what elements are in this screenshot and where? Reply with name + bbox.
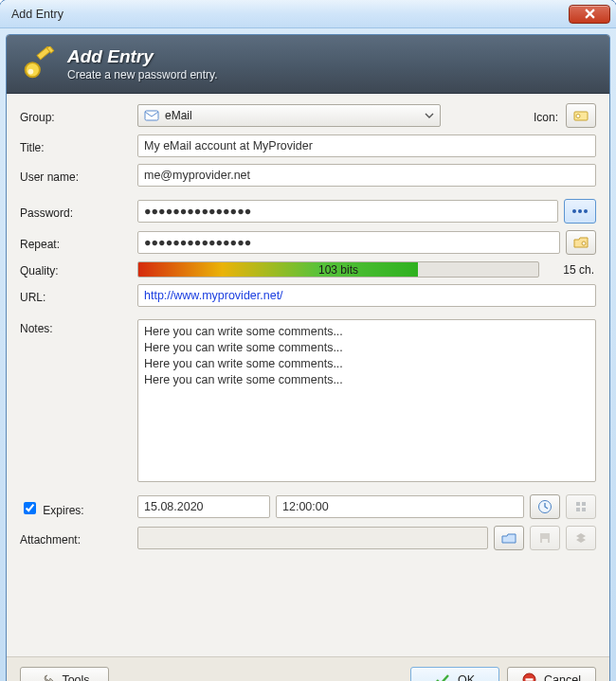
svg-rect-15 — [582, 508, 586, 511]
ok-button[interactable]: OK — [410, 667, 499, 681]
cancel-button[interactable]: Cancel — [507, 667, 596, 681]
username-input[interactable] — [137, 164, 596, 187]
quality-chars: 15 ch. — [545, 263, 596, 277]
password-label: Password: — [20, 204, 132, 220]
disk-icon — [538, 531, 552, 545]
attachment-save-button[interactable] — [530, 526, 560, 550]
dots-icon — [571, 206, 589, 216]
icon-label: Icon: — [534, 108, 558, 124]
title-label: Title: — [20, 138, 132, 154]
envelope-icon — [144, 109, 159, 122]
username-label: User name: — [20, 168, 132, 184]
banner-sub: Create a new password entry. — [67, 68, 218, 81]
banner-heading: Add Entry — [67, 46, 218, 67]
repeat-label: Repeat: — [20, 235, 132, 251]
tools-button[interactable]: Tools — [20, 667, 109, 681]
expires-label-wrap: Expires: — [20, 496, 132, 517]
tools-icon — [39, 672, 54, 682]
reveal-password-button[interactable] — [564, 199, 596, 224]
icon-picker-button[interactable] — [566, 103, 596, 128]
group-label: Group: — [20, 108, 132, 124]
attachment-open-button[interactable] — [494, 526, 524, 550]
chevron-down-icon — [425, 113, 434, 118]
expires-date-input[interactable] — [137, 495, 270, 518]
svg-rect-12 — [576, 502, 580, 506]
svg-point-7 — [572, 209, 576, 213]
quality-bar: 103 bits — [137, 261, 539, 278]
remove-icon — [574, 531, 588, 545]
notes-label: Notes: — [20, 319, 132, 335]
url-input[interactable] — [137, 284, 596, 307]
quality-label: Quality: — [20, 261, 132, 278]
add-entry-dialog: Add Entry Add Entry Create a new passwor… — [0, 0, 616, 681]
notes-input[interactable] — [137, 319, 596, 482]
repeat-input[interactable] — [137, 231, 560, 254]
svg-point-6 — [576, 115, 580, 118]
check-icon — [435, 673, 450, 682]
svg-point-10 — [582, 242, 586, 245]
svg-point-8 — [578, 209, 582, 213]
close-icon — [585, 9, 595, 19]
generate-password-button[interactable] — [566, 230, 596, 255]
button-bar: Tools OK Cancel — [7, 656, 609, 681]
key-small-icon — [573, 109, 589, 122]
password-input[interactable] — [137, 200, 558, 223]
close-button[interactable] — [569, 5, 610, 24]
expires-extra-button[interactable] — [566, 494, 596, 519]
grid-icon — [574, 500, 588, 513]
folder-key-icon — [573, 236, 589, 249]
expires-preset-button[interactable] — [530, 494, 560, 519]
group-value: eMail — [165, 109, 419, 122]
folder-open-icon — [501, 531, 516, 545]
svg-rect-17 — [542, 539, 548, 543]
attachment-remove-button[interactable] — [566, 526, 596, 550]
expires-checkbox[interactable] — [24, 502, 36, 514]
svg-point-1 — [28, 68, 34, 74]
form: Group: eMail Icon: — [7, 94, 609, 656]
banner: Add Entry Create a new password entry. — [7, 35, 609, 94]
titlebar[interactable]: Add Entry — [0, 0, 616, 28]
window-title: Add Entry — [11, 8, 63, 21]
svg-rect-13 — [582, 502, 586, 506]
expires-label: Expires: — [43, 504, 83, 517]
svg-rect-14 — [576, 508, 580, 511]
attachment-label: Attachment: — [20, 530, 132, 547]
svg-point-9 — [584, 209, 588, 213]
expires-time-input[interactable] — [276, 495, 524, 518]
quality-text: 103 bits — [138, 262, 538, 277]
cancel-icon — [522, 672, 536, 681]
key-icon — [20, 46, 56, 82]
client-area: Add Entry Create a new password entry. G… — [6, 34, 610, 681]
group-dropdown[interactable]: eMail — [137, 104, 441, 127]
clock-icon — [537, 499, 553, 514]
svg-rect-4 — [145, 111, 158, 120]
svg-rect-19 — [526, 678, 534, 680]
url-label: URL: — [20, 288, 132, 304]
attachment-input[interactable] — [137, 527, 488, 549]
banner-text: Add Entry Create a new password entry. — [67, 46, 218, 81]
title-input[interactable] — [137, 134, 596, 157]
